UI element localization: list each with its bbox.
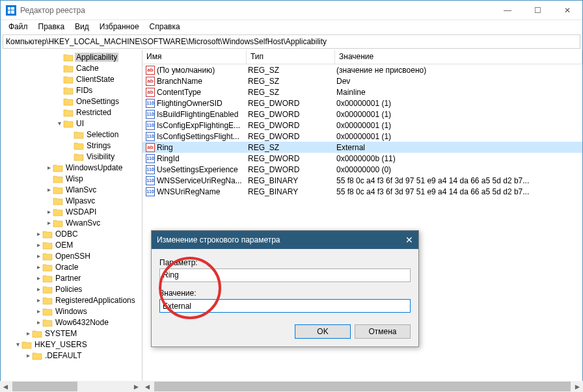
tree-item[interactable]: ▸ODBC xyxy=(1,228,142,239)
titlebar: Редактор реестра — ☐ ✕ xyxy=(1,1,582,20)
value-row[interactable]: ab(По умолчанию)REG_SZ(значение не присв… xyxy=(142,64,582,75)
tree-item[interactable]: ▾HKEY_USERS xyxy=(1,339,142,350)
tree-label: SYSTEM xyxy=(44,329,78,338)
expand-icon[interactable]: ▸ xyxy=(24,352,32,359)
list-scrollbar-h[interactable]: ◄► xyxy=(142,381,583,392)
tree-item[interactable]: ▸OpenSSH xyxy=(1,250,142,261)
minimize-button[interactable]: — xyxy=(493,1,522,20)
menu-edit[interactable]: Правка xyxy=(33,21,70,33)
tree-item[interactable]: OneSettings xyxy=(1,96,142,107)
tree-item[interactable]: Visibility xyxy=(1,151,142,162)
col-name[interactable]: Имя xyxy=(142,50,247,64)
value-type-icon: 110 xyxy=(145,164,156,175)
address-bar[interactable]: Компьютер\HKEY_LOCAL_MACHINE\SOFTWARE\Mi… xyxy=(3,34,580,49)
tree-item[interactable]: Cache xyxy=(1,62,142,73)
value-row[interactable]: 110RingIdREG_DWORD0x0000000b (11) xyxy=(142,153,582,164)
expand-icon[interactable]: ▸ xyxy=(34,241,42,248)
value-row[interactable]: 110WNSUriRegNameREG_BINARY55 f8 0c a4 f3… xyxy=(142,186,582,197)
folder-icon xyxy=(21,340,32,349)
tree-item[interactable]: ▸Partner xyxy=(1,272,142,283)
expand-icon[interactable]: ▸ xyxy=(45,208,53,215)
tree-item[interactable]: ▾UI xyxy=(1,118,142,129)
value-row[interactable]: 110FlightingOwnerSIDREG_DWORD0x00000001 … xyxy=(142,98,582,109)
tree-label: Applicability xyxy=(75,53,118,62)
tree-item[interactable]: Selection xyxy=(1,129,142,140)
expand-icon[interactable]: ▸ xyxy=(34,285,42,293)
value-data: External xyxy=(332,143,582,152)
tree-scrollbar-h[interactable]: ◄► xyxy=(0,381,142,392)
tree-item[interactable]: ▸Oracle xyxy=(1,261,142,272)
value-row[interactable]: 110WNSServiceUriRegNa...REG_BINARY55 f8 … xyxy=(142,175,582,186)
tree-label: Oracle xyxy=(54,263,79,272)
value-row[interactable]: 110IsConfigSettingsFlight...REG_DWORD0x0… xyxy=(142,131,582,142)
value-row[interactable]: abRingREG_SZExternal xyxy=(142,142,582,153)
col-type[interactable]: Тип xyxy=(247,50,335,64)
tree-item[interactable]: ▸WindowsUpdate xyxy=(1,162,142,173)
expand-icon[interactable]: ▸ xyxy=(34,230,42,237)
expand-icon[interactable]: ▸ xyxy=(45,219,53,226)
tree-item[interactable]: ▸Wow6432Node xyxy=(1,317,142,328)
tree-item[interactable]: ▸.DEFAULT xyxy=(1,350,142,361)
tree-panel[interactable]: ApplicabilityCacheClientStateFIDsOneSett… xyxy=(1,50,142,389)
expand-icon[interactable]: ▾ xyxy=(55,120,63,127)
expand-icon[interactable]: ▸ xyxy=(34,263,42,270)
value-row[interactable]: abContentTypeREG_SZMainline xyxy=(142,86,582,98)
value-data: 0x00000001 (1) xyxy=(332,99,582,108)
ok-button[interactable]: OK xyxy=(295,324,351,339)
dialog-title-text: Изменение строкового параметра xyxy=(157,235,280,244)
tree-item[interactable]: Wisp xyxy=(1,173,142,184)
expand-icon[interactable]: ▾ xyxy=(14,341,21,348)
value-row[interactable]: 110IsBuildFlightingEnabledREG_DWORD0x000… xyxy=(142,109,582,120)
tree-item[interactable]: Restricted xyxy=(1,107,142,118)
tree-item[interactable]: ▸WlanSvc xyxy=(1,184,142,195)
dialog-close-icon[interactable]: ✕ xyxy=(405,235,413,245)
dialog-titlebar[interactable]: Изменение строкового параметра ✕ xyxy=(152,231,418,249)
tree-item[interactable]: ▸Policies xyxy=(1,283,142,294)
tree-item[interactable]: Wlpasvc xyxy=(1,195,142,206)
tree-label: Windows xyxy=(54,307,88,316)
tree-item[interactable]: ▸SYSTEM xyxy=(1,328,142,339)
expand-icon[interactable]: ▸ xyxy=(45,186,53,193)
tree-item[interactable]: ▸WSDAPI xyxy=(1,206,142,217)
tree-item[interactable]: ▸RegisteredApplications xyxy=(1,294,142,306)
close-button[interactable]: ✕ xyxy=(552,1,582,20)
maximize-button[interactable]: ☐ xyxy=(522,1,552,20)
tree-item[interactable]: ▸WwanSvc xyxy=(1,217,142,228)
value-row[interactable]: 110UseSettingsExperienceREG_DWORD0x00000… xyxy=(142,164,582,175)
menu-file[interactable]: Файл xyxy=(3,21,33,33)
value-data: 0x00000001 (1) xyxy=(332,110,582,119)
tree-item[interactable]: ▸OEM xyxy=(1,239,142,250)
value-name: UseSettingsExperience xyxy=(156,165,238,174)
tree-item[interactable]: Applicability xyxy=(1,51,142,62)
value-type: REG_SZ xyxy=(244,143,332,152)
value-type-icon: ab xyxy=(145,65,156,75)
value-name: IsBuildFlightingEnabled xyxy=(156,110,238,119)
tree-label: OEM xyxy=(54,241,74,250)
menu-favorites[interactable]: Избранное xyxy=(94,21,144,33)
value-input[interactable] xyxy=(159,299,411,313)
value-data: Mainline xyxy=(332,88,582,97)
tree-label: UI xyxy=(75,119,85,128)
expand-icon[interactable]: ▸ xyxy=(34,307,42,315)
value-row[interactable]: 110IsConfigExpFlightingE...REG_DWORD0x00… xyxy=(142,120,582,131)
value-name: ContentType xyxy=(156,88,201,97)
value-data: (значение не присвоено) xyxy=(332,66,582,75)
expand-icon[interactable]: ▸ xyxy=(34,274,42,281)
menu-help[interactable]: Справка xyxy=(144,21,185,33)
tree-item[interactable]: Strings xyxy=(1,140,142,151)
col-value[interactable]: Значение xyxy=(335,50,582,64)
expand-icon[interactable]: ▸ xyxy=(45,164,53,171)
expand-icon[interactable]: ▸ xyxy=(34,319,42,326)
value-row[interactable]: abBranchNameREG_SZDev xyxy=(142,75,582,86)
expand-icon[interactable]: ▸ xyxy=(34,296,42,304)
tree-item[interactable]: FIDs xyxy=(1,85,142,96)
svg-rect-1 xyxy=(11,7,14,10)
tree-item[interactable]: ▸Windows xyxy=(1,306,142,317)
tree-label: Cache xyxy=(75,64,100,73)
menu-view[interactable]: Вид xyxy=(70,21,94,33)
tree-item[interactable]: ClientState xyxy=(1,73,142,85)
expand-icon[interactable]: ▸ xyxy=(34,252,42,259)
cancel-button[interactable]: Отмена xyxy=(355,324,411,339)
value-type-icon: 110 xyxy=(145,131,156,142)
expand-icon[interactable]: ▸ xyxy=(24,330,32,337)
